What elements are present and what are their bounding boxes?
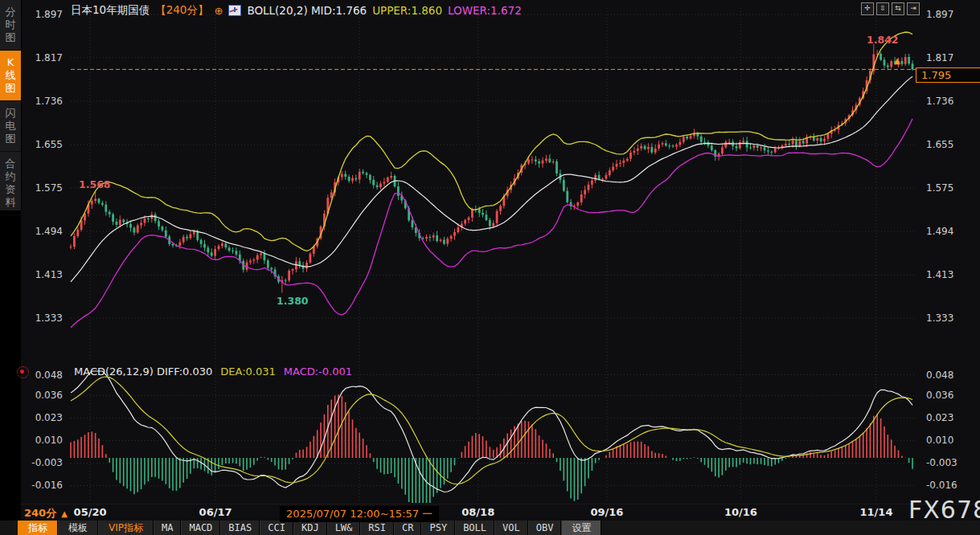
x-axis-tick: 09/16 bbox=[590, 506, 623, 518]
scroll-right-icon[interactable]: ⇥ bbox=[907, 2, 920, 15]
price-annotation: 1.842 bbox=[867, 34, 899, 46]
x-axis-tick: 08/18 bbox=[461, 506, 494, 518]
price-axis-label: 1.897 bbox=[926, 9, 974, 20]
price-axis-label: 1.817 bbox=[14, 52, 63, 63]
price-axis-label: 1.897 bbox=[14, 9, 63, 20]
fit-horizontal-icon[interactable]: ⇆ bbox=[892, 2, 904, 15]
chart-title-row: 日本10年期国债 【240分】 ⊕ BOLL(20,2) MID:1.766 U… bbox=[71, 3, 522, 18]
macd-axis-label: 0.048 bbox=[926, 370, 974, 381]
chart-background bbox=[21, 0, 980, 521]
price-axis-label: 1.817 bbox=[926, 52, 974, 63]
macd-axis-label: -0.003 bbox=[14, 457, 63, 468]
price-axis-label: 1.494 bbox=[926, 226, 974, 237]
toolbar-button-MACD[interactable]: MACD bbox=[181, 521, 220, 535]
trading-app-window: 日本10年期国债 【240分】 ⊕ BOLL(20,2) MID:1.766 U… bbox=[0, 0, 980, 535]
period-badge[interactable]: 【240分】 bbox=[155, 3, 208, 18]
last-price-box: 1.795 bbox=[916, 67, 980, 83]
toolbar-button-BIAS[interactable]: BIAS bbox=[220, 521, 260, 535]
toolbar-button-设置[interactable]: 设置 bbox=[561, 521, 601, 535]
macd-axis-label: 0.010 bbox=[14, 435, 63, 446]
toolbar-button-CCI[interactable]: CCI bbox=[260, 521, 293, 535]
boll-values: BOLL(20,2) MID:1.766 bbox=[247, 4, 367, 17]
macd-axis-label: 0.036 bbox=[926, 390, 974, 401]
price-axis-label: 1.655 bbox=[926, 139, 974, 150]
macd-axis-label: 0.023 bbox=[926, 412, 974, 423]
price-axis-label: 1.494 bbox=[14, 226, 63, 237]
macd-axis-label: -0.016 bbox=[14, 480, 63, 491]
toolbar-button-LW&[interactable]: LW& bbox=[327, 521, 361, 535]
toolbar-button-KDJ[interactable]: KDJ bbox=[293, 521, 327, 535]
last-price-marker-icon: ▲ bbox=[894, 56, 900, 65]
period-up-arrow-icon: ▲ bbox=[61, 509, 68, 518]
price-axis-label: 1.575 bbox=[14, 182, 63, 194]
macd-bar-value: MACD:-0.001 bbox=[284, 366, 352, 378]
indicator-toolbar: 指标模板VIP指标MAMACDBIASCCIKDJLW&RSICRPSYBOLL… bbox=[0, 521, 980, 535]
macd-header: MACD(26,12,9) DIFF:0.030 DEA:0.031 MACD:… bbox=[74, 366, 352, 378]
x-axis-tick: 10/16 bbox=[724, 506, 757, 518]
macd-axis-label: 0.036 bbox=[14, 390, 63, 401]
macd-axis-label: -0.003 bbox=[926, 457, 974, 468]
x-axis-row bbox=[21, 504, 980, 521]
price-annotation: 1.380 bbox=[277, 295, 309, 307]
price-axis-label: 1.736 bbox=[14, 96, 63, 107]
x-axis-tick: 06/17 bbox=[199, 506, 232, 518]
toolbar-button-指标[interactable]: 指标 bbox=[18, 521, 58, 535]
toolbar-button-RSI[interactable]: RSI bbox=[360, 521, 394, 535]
fit-vertical-icon[interactable]: ⇳ bbox=[876, 2, 889, 15]
macd-axis-label: 0.010 bbox=[926, 435, 974, 446]
price-axis-label: 1.655 bbox=[14, 139, 63, 150]
chart-tool-buttons: ✛⇳⇆⇥ bbox=[861, 2, 920, 15]
price-axis-label: 1.575 bbox=[926, 182, 974, 194]
toolbar-button-VOL[interactable]: VOL bbox=[494, 521, 528, 535]
price-axis-label: 1.736 bbox=[926, 96, 974, 107]
x-axis-tick: 05/20 bbox=[74, 506, 107, 518]
toolbar-button-CR[interactable]: CR bbox=[394, 521, 421, 535]
macd-axis-label: -0.016 bbox=[926, 480, 974, 491]
toolbar-button-MA[interactable]: MA bbox=[154, 521, 181, 535]
kline-icon bbox=[228, 5, 241, 16]
toolbar-button-VIP指标[interactable]: VIP指标 bbox=[98, 521, 154, 535]
price-axis-label: 1.413 bbox=[14, 269, 63, 280]
fx678-watermark: FX678 bbox=[908, 496, 980, 524]
price-axis-label: 1.413 bbox=[926, 269, 974, 280]
sidebar-tab-timeshare[interactable]: 分 时 图 bbox=[0, 0, 21, 51]
period-selector[interactable]: 240分▲ bbox=[24, 506, 68, 521]
price-annotation: 1.568 bbox=[79, 178, 111, 190]
boll-lower-value: LOWER:1.672 bbox=[448, 4, 522, 17]
instrument-title: 日本10年期国债 bbox=[71, 3, 150, 18]
macd-dea-value: DEA:0.031 bbox=[220, 366, 276, 378]
toolbar-button-模板[interactable]: 模板 bbox=[58, 521, 98, 535]
x-axis-selected-range: 2025/07/07 12:00~15:57 一 bbox=[280, 506, 439, 522]
toolbar-button-BOLL[interactable]: BOLL bbox=[455, 521, 494, 535]
toolbar-button-PSY[interactable]: PSY bbox=[421, 521, 455, 535]
price-axis-label: 1.333 bbox=[14, 312, 63, 324]
x-axis-tick: 11/14 bbox=[860, 506, 893, 518]
toolbar-button-OBV[interactable]: OBV bbox=[528, 521, 562, 535]
pan-tool-icon[interactable]: ✛ bbox=[861, 2, 874, 15]
boll-upper-value: UPPER:1.860 bbox=[372, 4, 442, 17]
macd-name-diff: MACD(26,12,9) DIFF:0.030 bbox=[74, 366, 212, 378]
add-indicator-icon[interactable]: ⊕ bbox=[214, 5, 223, 17]
macd-axis-label: 0.048 bbox=[14, 370, 63, 381]
macd-axis-label: 0.023 bbox=[14, 412, 63, 423]
price-axis-label: 1.333 bbox=[926, 312, 974, 324]
